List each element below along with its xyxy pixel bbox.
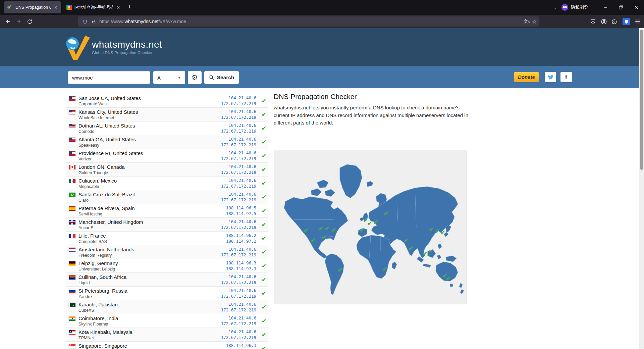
close-window-button[interactable] [629, 0, 644, 15]
resolved-check-icon: ✔ [262, 139, 266, 146]
resolved-check-icon: ✔ [262, 304, 266, 311]
domain-search-input[interactable] [68, 71, 150, 84]
country-flag-icon [69, 206, 75, 211]
dns-server-row: Singapore, Singapore 188.114.96.3 ✔ [66, 342, 268, 349]
tracking-protection-shield-icon[interactable] [80, 19, 89, 24]
record-type-select[interactable]: A ▼ [153, 71, 185, 84]
map-check-icon: ✔ [423, 250, 427, 257]
dns-server-row: Paterna de Rivera, Spain ServiHosting 18… [66, 204, 268, 218]
map-check-icon: ✔ [367, 220, 372, 227]
country-flag-icon [69, 316, 75, 321]
server-provider: Corporate West [78, 102, 108, 106]
twitter-share-button[interactable] [545, 72, 556, 82]
server-location: Singapore, Singapore [78, 343, 127, 349]
search-button[interactable]: Search [204, 71, 239, 84]
resolved-check-icon: ✔ [262, 97, 266, 104]
resolved-ip-addresses: 188.114.96.3 188.114.97.3 [226, 260, 256, 271]
dns-server-row: Kota Kinabalu, Malaysia TPMNet 104.21.40… [66, 328, 268, 342]
restore-button[interactable] [613, 0, 629, 15]
password-manager-shield-icon[interactable] [623, 18, 630, 25]
map-check-icon: ✔ [331, 227, 336, 234]
page-title: DNS Propagation Checker [274, 93, 468, 101]
dns-server-row: Kansas City, United States WholeSale Int… [66, 108, 268, 121]
server-provider: Comodo [78, 129, 94, 134]
search-button-label: Search [217, 74, 234, 81]
resolved-check-icon: ✔ [262, 290, 266, 297]
tab-close-icon[interactable]: ✕ [54, 5, 58, 10]
intro-paragraph: whatsmydns.net lets you instantly perfor… [274, 104, 468, 127]
tab-dns-checker[interactable]: ✔ DNS Propagation Checker - C ✕ [4, 1, 61, 13]
resolved-ip-addresses: 188.114.96.3 [226, 343, 256, 348]
resolved-check-icon: ✔ [262, 166, 266, 173]
map-check-icon: ✔ [404, 237, 409, 244]
dns-server-row: St Petersburg, Russia Yandex 104.21.40.6… [66, 287, 268, 300]
record-type-value: A [157, 75, 161, 81]
page-viewport: whatsmydns.net Global DNS Propagation Ch… [0, 28, 639, 349]
tab-close-icon[interactable]: ✕ [116, 5, 120, 10]
donate-button[interactable]: Donate [514, 72, 539, 82]
server-location: Lille, France [78, 233, 106, 239]
map-check-icon: ✔ [322, 234, 327, 241]
list-tabs-chevron-icon[interactable]: ⌄ [549, 5, 561, 10]
tab-ip-lookup[interactable]: iP地址查询--手机号码查询归属 ✕ [63, 1, 123, 13]
country-flag-icon [69, 330, 75, 335]
account-icon[interactable] [601, 18, 607, 25]
options-gear-button[interactable]: ⚙ [188, 71, 202, 84]
server-provider: Megacable [78, 184, 99, 189]
country-flag-icon [69, 165, 75, 169]
navigation-toolbar: https://www.whatsmydns.net/#A/wxw.moe 文A… [0, 15, 644, 28]
server-location: St Petersburg, Russia [78, 288, 127, 294]
resolved-check-icon: ✔ [262, 276, 266, 283]
resolved-check-icon: ✔ [262, 221, 266, 228]
back-button[interactable] [3, 16, 13, 27]
resolved-ip-addresses: 104.21.40.6 172.67.172.219 [221, 315, 256, 327]
bookmark-star-icon[interactable]: ☆ [532, 18, 537, 25]
server-location: Kansas City, United States [78, 109, 138, 115]
page-scrollbar[interactable] [639, 28, 644, 349]
map-check-icon: ✔ [446, 275, 451, 282]
new-tab-button[interactable]: + [125, 3, 134, 12]
url-bar[interactable]: https://www.whatsmydns.net/#A/wxw.moe 文A… [78, 16, 539, 27]
scrollbar-thumb[interactable] [640, 30, 643, 170]
chevron-down-icon: ▼ [177, 76, 181, 80]
extensions-puzzle-icon[interactable] [612, 18, 618, 24]
server-provider: Freedom Registry [78, 253, 112, 258]
server-provider: Completel SAS [78, 239, 107, 244]
resolved-ip-addresses: 104.21.40.6 172.67.172.219 [221, 246, 256, 258]
reload-button[interactable] [24, 16, 35, 27]
tab-bar: ✔ DNS Propagation Checker - C ✕ iP地址查询--… [0, 0, 644, 15]
map-check-icon: ✔ [311, 237, 315, 244]
server-provider: Ancar B [78, 226, 93, 230]
map-check-icon: ✔ [429, 247, 433, 254]
site-logo[interactable]: whatsmydns.net Global DNS Propagation Ch… [63, 33, 162, 61]
private-browsing-badge: 隐私浏览 [561, 4, 588, 11]
resolved-check-icon: ✔ [262, 111, 266, 118]
facebook-f-icon: f [565, 73, 567, 81]
url-text: https://www.whatsmydns.net/#A/wxw.moe [99, 19, 524, 24]
padlock-icon[interactable] [89, 19, 98, 24]
server-provider: ServiHosting [78, 212, 102, 216]
server-provider: Universitaet Leipzig [78, 267, 115, 271]
country-flag-icon [69, 248, 75, 252]
server-provider: Yandex [78, 294, 92, 299]
pocket-icon[interactable] [590, 18, 596, 24]
resolved-ip-addresses: 104.21.40.6 172.67.172.219 [221, 219, 256, 230]
resolved-check-icon: ✔ [262, 249, 266, 256]
facebook-share-button[interactable]: f [560, 72, 572, 82]
resolved-check-icon: ✔ [262, 331, 266, 338]
translate-icon[interactable]: 文A [524, 18, 530, 24]
dns-server-row: Lille, France Completel SAS 188.114.96.2… [66, 232, 268, 245]
resolved-check-icon: ✔ [262, 125, 266, 132]
dns-server-row: Amsterdam, Netherlands Freedom Registry … [66, 245, 268, 259]
resolved-ip-addresses: 104.21.40.6 172.67.172.219 [221, 301, 256, 313]
resolved-ip-addresses: 104.21.40.6 172.67.172.219 [221, 122, 256, 134]
menu-hamburger-icon[interactable] [635, 18, 641, 24]
dns-server-row: Karachi, Pakistan CubeXS 104.21.40.6 172… [66, 300, 268, 314]
browser-window: ✔ DNS Propagation Checker - C ✕ iP地址查询--… [0, 0, 644, 349]
minimize-button[interactable] [598, 0, 613, 15]
world-map: ✔✔✔✔✔✔✔✔✔✔✔✔✔✔✔✔✔✔✔✔✔✔ [274, 150, 467, 304]
resolved-check-icon: ✔ [262, 207, 266, 214]
forward-button[interactable] [13, 16, 24, 27]
server-location: Coimbatore, India [78, 315, 118, 321]
server-provider: Golden Triangle [78, 170, 108, 175]
